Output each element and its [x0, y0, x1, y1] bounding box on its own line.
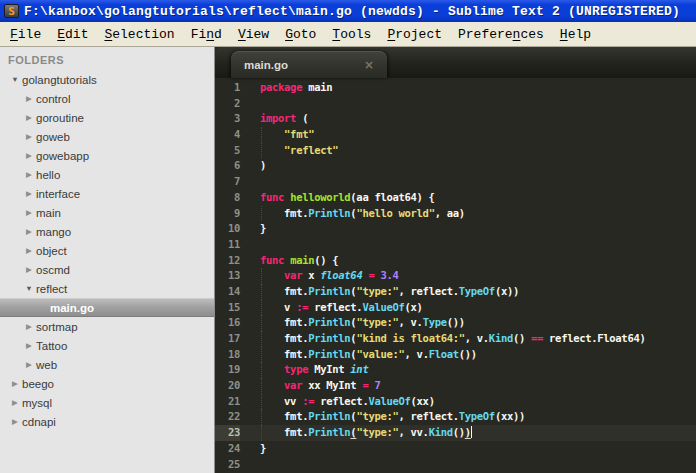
- sidebar-item-object[interactable]: ▶object: [0, 241, 214, 260]
- folder-expand-icon[interactable]: ▶: [8, 379, 22, 388]
- sublime-window: S F:\kanbox\golangtutorials\reflect\main…: [0, 0, 696, 473]
- sidebar-item-cdnapi[interactable]: ▶cdnapi: [0, 412, 214, 431]
- code-line-5[interactable]: 5 "reflect": [215, 143, 696, 159]
- code-line-12[interactable]: 12func main() {: [215, 253, 696, 269]
- code-line-18[interactable]: 18 fmt.Println("value:", v.Float()): [215, 347, 696, 363]
- folder-collapse-icon[interactable]: ▼: [22, 284, 36, 293]
- folder-expand-icon[interactable]: ▶: [8, 398, 22, 407]
- sidebar-item-mango[interactable]: ▶mango: [0, 222, 214, 241]
- sidebar-item-label: cdnapi: [22, 416, 56, 428]
- sidebar-item-web[interactable]: ▶web: [0, 355, 214, 374]
- code-line-9[interactable]: 9 fmt.Println("hello world", aa): [215, 206, 696, 222]
- folder-expand-icon[interactable]: ▶: [22, 360, 36, 369]
- sidebar-item-label: sortmap: [36, 321, 78, 333]
- code-line-13[interactable]: 13 var x float64 = 3.4: [215, 268, 696, 284]
- code-line-24[interactable]: 24}: [215, 441, 696, 457]
- code-line-25[interactable]: 25: [215, 457, 696, 473]
- code-line-23[interactable]: 23 fmt.Println("type:", vv.Kind()): [215, 425, 696, 441]
- folder-expand-icon[interactable]: ▶: [22, 341, 36, 350]
- sidebar-item-beego[interactable]: ▶beego: [0, 374, 214, 393]
- code-text: vv := reflect.ValueOf(xx): [260, 394, 435, 410]
- folder-expand-icon[interactable]: ▶: [22, 132, 36, 141]
- folder-expand-icon[interactable]: ▶: [22, 189, 36, 198]
- menu-goto[interactable]: Goto: [277, 25, 324, 44]
- line-number: 2: [215, 96, 240, 112]
- sidebar-item-goweb[interactable]: ▶goweb: [0, 127, 214, 146]
- sidebar-item-reflect[interactable]: ▼reflect: [0, 279, 214, 298]
- menu-preferences[interactable]: Preferences: [450, 25, 552, 44]
- sidebar-item-interface[interactable]: ▶interface: [0, 184, 214, 203]
- code-line-8[interactable]: 8func helloworld(aa float64) {: [215, 190, 696, 206]
- sidebar-item-control[interactable]: ▶control: [0, 89, 214, 108]
- line-number: 11: [215, 237, 240, 253]
- title-bar[interactable]: S F:\kanbox\golangtutorials\reflect\main…: [0, 0, 696, 22]
- folder-collapse-icon[interactable]: ▼: [8, 75, 22, 84]
- folder-expand-icon[interactable]: ▶: [8, 417, 22, 426]
- indent-guide-line: [261, 347, 262, 363]
- code-line-2[interactable]: 2: [215, 96, 696, 112]
- line-number: 3: [215, 111, 240, 127]
- sidebar-item-label: mango: [36, 226, 71, 238]
- folder-expand-icon[interactable]: ▶: [22, 208, 36, 217]
- menu-find[interactable]: Find: [183, 25, 230, 44]
- code-line-19[interactable]: 19 type MyInt int: [215, 362, 696, 378]
- sidebar-item-main-go[interactable]: main.go: [0, 298, 214, 317]
- code-line-22[interactable]: 22 fmt.Println("type:", reflect.TypeOf(x…: [215, 409, 696, 425]
- sidebar-item-goroutine[interactable]: ▶goroutine: [0, 108, 214, 127]
- sidebar-item-label: object: [36, 245, 67, 257]
- menu-selection[interactable]: Selection: [96, 25, 182, 44]
- line-number: 13: [215, 268, 240, 284]
- code-line-20[interactable]: 20 var xx MyInt = 7: [215, 378, 696, 394]
- folder-expand-icon[interactable]: ▶: [22, 113, 36, 122]
- code-line-11[interactable]: 11: [215, 237, 696, 253]
- sidebar-item-label: web: [36, 359, 57, 371]
- line-number: 6: [215, 158, 240, 174]
- code-line-14[interactable]: 14 fmt.Println("type:", reflect.TypeOf(x…: [215, 284, 696, 300]
- sidebar-item-tattoo[interactable]: ▶Tattoo: [0, 336, 214, 355]
- code-line-3[interactable]: 3import (: [215, 111, 696, 127]
- code-line-15[interactable]: 15 v := reflect.ValueOf(x): [215, 300, 696, 316]
- code-text: var xx MyInt = 7: [260, 378, 380, 394]
- sidebar-item-hello[interactable]: ▶hello: [0, 165, 214, 184]
- tab-close-icon[interactable]: ×: [364, 58, 374, 72]
- code-line-4[interactable]: 4 "fmt": [215, 127, 696, 143]
- code-line-7[interactable]: 7: [215, 174, 696, 190]
- line-number: 24: [215, 441, 240, 457]
- folder-expand-icon[interactable]: ▶: [22, 227, 36, 236]
- sidebar-item-mysql[interactable]: ▶mysql: [0, 393, 214, 412]
- code-line-10[interactable]: 10}: [215, 221, 696, 237]
- sidebar-item-main[interactable]: ▶main: [0, 203, 214, 222]
- line-number: 4: [215, 127, 240, 143]
- sidebar-item-oscmd[interactable]: ▶oscmd: [0, 260, 214, 279]
- folder-expand-icon[interactable]: ▶: [22, 322, 36, 331]
- menu-tools[interactable]: Tools: [324, 25, 379, 44]
- code-line-6[interactable]: 6): [215, 158, 696, 174]
- code-line-17[interactable]: 17 fmt.Println("kind is float64:", v.Kin…: [215, 331, 696, 347]
- menu-project[interactable]: Project: [379, 25, 450, 44]
- folder-tree: ▼golangtutorials▶control▶goroutine▶goweb…: [0, 70, 214, 431]
- menu-view[interactable]: View: [230, 25, 277, 44]
- code-text: import (: [260, 111, 308, 127]
- folder-expand-icon[interactable]: ▶: [22, 151, 36, 160]
- line-number: 19: [215, 362, 240, 378]
- sidebar-item-label: beego: [22, 378, 54, 390]
- indent-guide-line: [261, 394, 262, 410]
- folder-expand-icon[interactable]: ▶: [22, 246, 36, 255]
- menu-edit[interactable]: Edit: [49, 25, 96, 44]
- folder-expand-icon[interactable]: ▶: [22, 94, 36, 103]
- tab-main-go[interactable]: main.go ×: [231, 51, 387, 78]
- menu-help[interactable]: Help: [552, 25, 599, 44]
- code-line-1[interactable]: 1package main: [215, 80, 696, 96]
- code-text: fmt.Println("type:", v.Type()): [260, 315, 465, 331]
- menu-file[interactable]: File: [2, 25, 49, 44]
- code-line-21[interactable]: 21 vv := reflect.ValueOf(xx): [215, 394, 696, 410]
- folder-expand-icon[interactable]: ▶: [22, 265, 36, 274]
- code-area[interactable]: 1package main23import (4 "fmt"5 "reflect…: [215, 78, 696, 473]
- sidebar-item-gowebapp[interactable]: ▶gowebapp: [0, 146, 214, 165]
- line-number: 1: [215, 80, 240, 96]
- sidebar-item-sortmap[interactable]: ▶sortmap: [0, 317, 214, 336]
- sidebar-item-golangtutorials[interactable]: ▼golangtutorials: [0, 70, 214, 89]
- line-number: 21: [215, 394, 240, 410]
- code-line-16[interactable]: 16 fmt.Println("type:", v.Type()): [215, 315, 696, 331]
- folder-expand-icon[interactable]: ▶: [22, 170, 36, 179]
